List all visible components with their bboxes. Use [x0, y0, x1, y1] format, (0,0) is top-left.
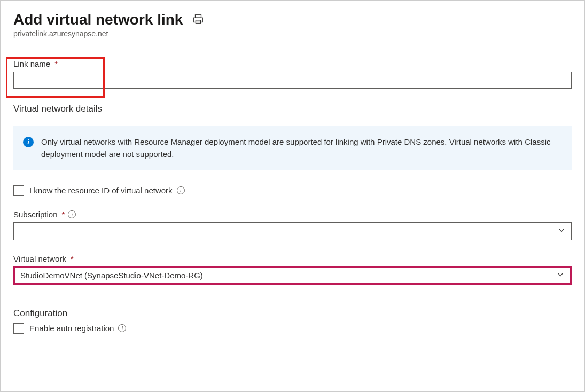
- subscription-dropdown[interactable]: [13, 222, 572, 240]
- page-title: Add virtual network link: [13, 11, 183, 28]
- know-resource-id-label: I know the resource ID of virtual networ…: [29, 186, 185, 195]
- print-icon[interactable]: [192, 13, 204, 27]
- vnet-details-heading: Virtual network details: [13, 104, 572, 114]
- virtual-network-value: StudioDemoVNet (SynapseStudio-VNet-Demo-…: [20, 271, 203, 280]
- virtual-network-label: Virtual network*: [13, 254, 572, 263]
- know-resource-id-checkbox[interactable]: [13, 185, 24, 196]
- configuration-heading: Configuration: [13, 308, 572, 319]
- chevron-down-icon: [556, 270, 565, 280]
- enable-auto-registration-checkbox[interactable]: [13, 323, 24, 334]
- helper-icon[interactable]: i: [118, 324, 126, 332]
- page-subtitle: privatelink.azuresynapse.net: [13, 29, 572, 38]
- helper-icon[interactable]: i: [68, 210, 76, 218]
- info-banner: i Only virtual networks with Resource Ma…: [13, 126, 572, 170]
- chevron-down-icon: [557, 226, 566, 236]
- info-banner-text: Only virtual networks with Resource Mana…: [41, 136, 562, 161]
- info-icon: i: [23, 137, 34, 147]
- virtual-network-dropdown[interactable]: StudioDemoVNet (SynapseStudio-VNet-Demo-…: [13, 266, 572, 285]
- link-name-label: Link name*: [13, 59, 572, 68]
- svg-rect-0: [196, 14, 201, 18]
- link-name-input[interactable]: [13, 72, 572, 89]
- helper-icon[interactable]: i: [177, 186, 185, 194]
- subscription-label: Subscription* i: [13, 210, 572, 219]
- enable-auto-registration-label: Enable auto registration i: [29, 324, 126, 333]
